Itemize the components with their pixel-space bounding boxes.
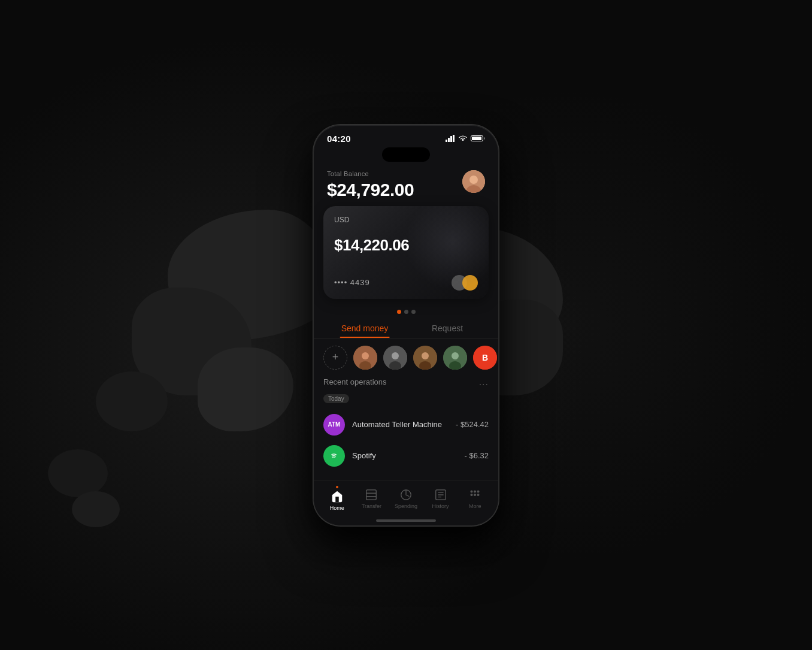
atm-name: Automated Teller Machine — [352, 420, 449, 429]
transaction-spotify[interactable]: Spotify - $6.32 — [323, 440, 489, 471]
nav-more-label: More — [469, 503, 481, 509]
nav-spending-label: Spending — [395, 503, 417, 509]
dot-3[interactable] — [411, 310, 416, 314]
svg-rect-5 — [472, 137, 481, 140]
nav-item-transfer[interactable]: Transfer — [355, 488, 389, 509]
tab-request[interactable]: Request — [406, 319, 489, 338]
recent-operations-section: Recent operations ... Today ATM Automate… — [314, 377, 498, 471]
svg-point-38 — [471, 491, 472, 492]
tab-send-money[interactable]: Send money — [323, 319, 406, 338]
spotify-amount: - $6.32 — [465, 451, 489, 460]
card-balance: $14,220.06 — [334, 236, 478, 255]
svg-rect-0 — [446, 140, 447, 142]
header-section: Total Balance $24,792.00 — [314, 162, 498, 206]
svg-rect-2 — [450, 136, 452, 142]
svg-text:B: B — [482, 353, 488, 362]
balance-amount: $24,792.00 — [327, 180, 414, 200]
svg-point-13 — [392, 352, 399, 359]
svg-point-16 — [422, 352, 429, 359]
svg-rect-1 — [448, 138, 450, 142]
atm-icon: ATM — [323, 414, 345, 436]
tabs-section: Send money Request — [314, 319, 498, 338]
add-contact-button[interactable]: + — [323, 346, 347, 370]
svg-point-10 — [362, 352, 369, 359]
phone-wrapper: 04:20 — [313, 125, 499, 526]
transaction-atm[interactable]: ATM Automated Teller Machine - $524.42 — [323, 409, 489, 440]
recent-more-button[interactable]: ... — [479, 377, 489, 388]
mc-circle-right — [462, 275, 478, 291]
spending-icon — [399, 488, 413, 501]
mastercard-logo — [452, 275, 478, 291]
signal-icon — [446, 135, 455, 142]
card-currency: USD — [334, 216, 478, 224]
status-bar: 04:20 — [314, 125, 498, 144]
nav-item-spending[interactable]: Spending — [389, 488, 423, 509]
spotify-info: Spotify — [352, 451, 457, 460]
nav-item-history[interactable]: History — [423, 488, 458, 509]
card: USD $14,220.06 •••• 4439 — [323, 206, 489, 299]
contact-5-img: B — [473, 346, 497, 370]
spotify-name: Spotify — [352, 451, 457, 460]
history-icon — [434, 488, 447, 501]
nav-transfer-label: Transfer — [362, 503, 381, 509]
contact-1-img — [353, 346, 377, 370]
dynamic-island — [382, 147, 430, 162]
recent-header: Recent operations ... — [323, 377, 489, 388]
nav-home-dot — [336, 486, 338, 488]
card-footer: •••• 4439 — [334, 275, 478, 291]
svg-point-7 — [469, 176, 478, 184]
contact-2-img — [383, 346, 407, 370]
contact-avatar-4[interactable] — [443, 346, 467, 370]
balance-label: Total Balance — [327, 170, 414, 177]
home-icon — [331, 490, 344, 503]
home-indicator — [376, 519, 436, 522]
svg-point-40 — [477, 491, 479, 492]
bottom-nav: Home Transfer Spending — [314, 480, 498, 516]
mc-circle-left — [452, 275, 467, 291]
contact-avatar-3[interactable] — [413, 346, 437, 370]
svg-point-36 — [474, 494, 476, 495]
phone: 04:20 — [313, 125, 499, 526]
atm-amount: - $524.42 — [456, 420, 489, 429]
svg-rect-3 — [453, 135, 455, 142]
avatar[interactable] — [462, 170, 485, 193]
nav-item-home[interactable]: Home — [320, 486, 355, 511]
contacts-row: + — [314, 338, 498, 377]
nav-item-more[interactable]: More — [457, 488, 492, 509]
dot-1[interactable] — [397, 310, 401, 314]
card-carousel[interactable]: USD $14,220.06 •••• 4439 — [314, 206, 498, 299]
status-time: 04:20 — [327, 134, 351, 144]
dot-2[interactable] — [404, 310, 408, 314]
blob-6 — [96, 371, 168, 431]
svg-point-19 — [452, 352, 459, 359]
contact-avatar-1[interactable] — [353, 346, 377, 370]
nav-history-label: History — [432, 503, 449, 509]
svg-point-35 — [471, 494, 472, 495]
blob-8 — [72, 491, 120, 527]
phone-content: Total Balance $24,792.00 USD $14,220.06 — [314, 162, 498, 480]
contact-avatar-2[interactable] — [383, 346, 407, 370]
svg-point-37 — [477, 494, 479, 495]
carousel-dots — [314, 310, 498, 314]
balance-info: Total Balance $24,792.00 — [327, 170, 414, 200]
status-icons — [446, 135, 485, 142]
contact-4-img — [443, 346, 467, 370]
spotify-icon — [323, 445, 345, 467]
battery-icon — [471, 135, 485, 142]
contact-avatar-5[interactable]: B — [473, 346, 497, 370]
more-icon — [468, 488, 481, 501]
blob-3 — [198, 347, 293, 431]
blob-7 — [48, 449, 108, 497]
wifi-icon — [458, 135, 468, 142]
recent-title: Recent operations — [323, 377, 387, 386]
svg-rect-27 — [366, 489, 377, 500]
avatar-image — [462, 170, 485, 193]
atm-info: Automated Teller Machine — [352, 420, 449, 429]
contact-3-img — [413, 346, 437, 370]
today-badge: Today — [323, 394, 349, 403]
transfer-icon — [365, 488, 378, 501]
nav-home-label: Home — [330, 505, 344, 511]
svg-point-39 — [474, 491, 476, 492]
card-number: •••• 4439 — [334, 278, 370, 287]
